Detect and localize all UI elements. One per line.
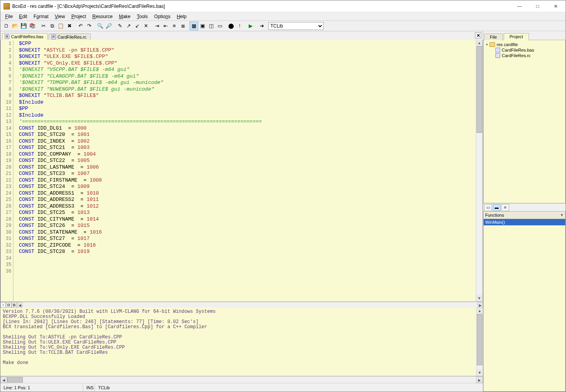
scroll-down-icon[interactable]: ▼ [476, 295, 482, 301]
code-editor[interactable]: 1234567891011121314151617181920212223242… [0, 40, 483, 302]
view-form-button[interactable]: ▣ [198, 22, 207, 30]
scroll-thumb[interactable] [477, 314, 482, 365]
scroll-up-icon[interactable]: ▲ [476, 40, 482, 46]
close-tab-button[interactable]: ✕ [475, 32, 481, 39]
menu-make[interactable]: Make [116, 13, 134, 20]
menu-tools[interactable]: Tools [134, 13, 151, 20]
save-button[interactable]: 💾 [19, 22, 28, 30]
tree-file-label: CardFileRes.bas [502, 48, 534, 52]
split-horiz-button[interactable]: ⊟ [6, 302, 11, 308]
bas-file-icon [495, 48, 500, 52]
delete-button[interactable]: ✖ [65, 22, 74, 30]
tab-cardfileres-rc[interactable]: R CardFileRes.rc [48, 33, 91, 40]
close-button[interactable]: ✕ [547, 0, 565, 12]
tree-root[interactable]: ▾ res cardfile [484, 42, 564, 47]
output-hscrollbar[interactable]: ◀ ▶ [0, 376, 483, 383]
rc-file-icon [495, 53, 500, 58]
scroll-right-icon[interactable]: ▶ [476, 377, 483, 383]
status-insert-mode: INS [83, 383, 95, 392]
split-vert-button[interactable]: ⊞ [11, 302, 17, 308]
comment-button[interactable]: ≡ [170, 22, 179, 30]
output-panel: Version 7.7.6 (08/30/2021) Built with LL… [0, 307, 483, 376]
tab-file[interactable]: File [484, 33, 503, 40]
tab-cardfileres-bas[interactable]: B CardFileRes.bas [2, 33, 48, 40]
stop-icon[interactable]: ! [235, 22, 244, 30]
functions-list[interactable]: WinMain() [483, 219, 566, 392]
left-pane: B CardFileRes.bas R CardFileRes.rc ✕ 123… [0, 31, 483, 392]
minimize-button[interactable]: — [510, 0, 529, 12]
scroll-thumb[interactable] [7, 377, 23, 383]
menu-help[interactable]: Help [173, 13, 190, 20]
split-none-button[interactable]: ▫ [0, 302, 6, 308]
folder-icon [490, 42, 495, 47]
maximize-button[interactable]: □ [529, 0, 547, 12]
output-vscrollbar[interactable]: ▲ ▼ [476, 308, 483, 376]
tab-project[interactable]: Project [504, 33, 529, 40]
app-icon [4, 3, 10, 9]
project-tree[interactable]: ▾ res cardfile CardFileRes.bas CardFileR… [483, 40, 566, 203]
scroll-thumb[interactable] [477, 46, 482, 133]
tree-file-rc[interactable]: CardFileRes.rc [484, 53, 564, 58]
output-text[interactable]: Version 7.7.6 (08/30/2021) Built with LL… [0, 308, 476, 376]
titlebar: BcxEd - res cardfile - [C:\BcxAdp\Projec… [0, 0, 566, 12]
outdent-button[interactable]: ⇤ [161, 22, 170, 30]
tree-expand-icon[interactable]: ▾ [486, 43, 488, 46]
view-mode3-button[interactable]: ≡ [501, 204, 509, 211]
view-output-button[interactable]: ▭ [216, 22, 224, 30]
right-pane: File Project ▾ res cardfile CardFileRes.… [483, 31, 566, 392]
tree-file-bas[interactable]: CardFileRes.bas [484, 47, 564, 53]
editor-vscrollbar[interactable]: ▲ ▼ [476, 40, 482, 301]
menubar: File Edit Format View Project Resource M… [0, 12, 566, 21]
editor-hscrollbar[interactable]: ◀ ▶ [17, 302, 483, 308]
view-code-button[interactable]: ▦ [190, 22, 198, 30]
function-item-winmain[interactable]: WinMain() [484, 219, 565, 225]
menu-resource[interactable]: Resource [89, 13, 115, 20]
menu-options[interactable]: Options [151, 13, 173, 20]
statusbar: Line: 1 Pos: 1 INS TCLib [0, 383, 483, 392]
bas-file-icon: B [5, 34, 9, 39]
uncomment-button[interactable]: ≣ [179, 22, 187, 30]
compiler-select[interactable]: TCLib [268, 22, 324, 30]
run-button[interactable]: ▶ [246, 22, 255, 30]
tree-file-label: CardFileRes.rc [502, 53, 531, 58]
bookmark-next-button[interactable]: ↗ [124, 22, 133, 30]
functions-dropdown[interactable]: Functions ▼ [483, 211, 566, 219]
bookmark-toggle-button[interactable]: ✎ [115, 22, 124, 30]
tab-label: CardFileRes.rc [58, 35, 86, 39]
rc-file-icon: R [51, 35, 56, 39]
scroll-up-icon[interactable]: ▲ [477, 308, 483, 314]
copy-button[interactable]: ⧉ [48, 22, 56, 30]
menu-view[interactable]: View [52, 13, 68, 20]
bookmark-prev-button[interactable]: ↙ [133, 22, 142, 30]
menu-edit[interactable]: Edit [16, 13, 30, 20]
menu-format[interactable]: Format [30, 13, 52, 20]
find-replace-button[interactable]: 🔎 [104, 22, 113, 30]
menu-file[interactable]: File [2, 13, 16, 20]
step-button[interactable]: ➜ [257, 22, 266, 30]
new-file-button[interactable]: 🗋 [2, 22, 11, 30]
scroll-left-icon[interactable]: ◀ [0, 377, 7, 383]
view-split-button[interactable]: ◫ [207, 22, 216, 30]
scroll-right-icon[interactable]: ▶ [477, 302, 483, 308]
scroll-left-icon[interactable]: ◀ [17, 302, 22, 308]
view-mode1-button[interactable]: ▭ [484, 204, 492, 211]
functions-label: Functions [485, 213, 504, 217]
scroll-down-icon[interactable]: ▼ [477, 370, 483, 376]
breakpoint-button[interactable]: ⬤ [227, 22, 235, 30]
undo-button[interactable]: ↶ [76, 22, 85, 30]
open-file-button[interactable]: 📂 [11, 22, 19, 30]
status-compiler: TCLib [95, 383, 119, 392]
menu-project[interactable]: Project [68, 13, 89, 20]
view-mode2-button[interactable]: ▬ [493, 204, 501, 211]
indent-button[interactable]: ⇥ [153, 22, 161, 30]
right-tabstrip: File Project [483, 31, 566, 40]
code-area[interactable]: $CPP$ONEXIT "ASTYLE -pn $FILE$.CPP"$ONEX… [13, 40, 476, 301]
work-area: B CardFileRes.bas R CardFileRes.rc ✕ 123… [0, 31, 566, 392]
bookmark-clear-button[interactable]: ✕ [142, 22, 150, 30]
save-all-button[interactable]: 📚 [28, 22, 37, 30]
tree-root-label: res cardfile [497, 42, 518, 47]
cut-button[interactable]: ✂ [39, 22, 48, 30]
paste-button[interactable]: 📋 [56, 22, 65, 30]
redo-button[interactable]: ↷ [85, 22, 93, 30]
find-button[interactable]: 🔍 [96, 22, 104, 30]
